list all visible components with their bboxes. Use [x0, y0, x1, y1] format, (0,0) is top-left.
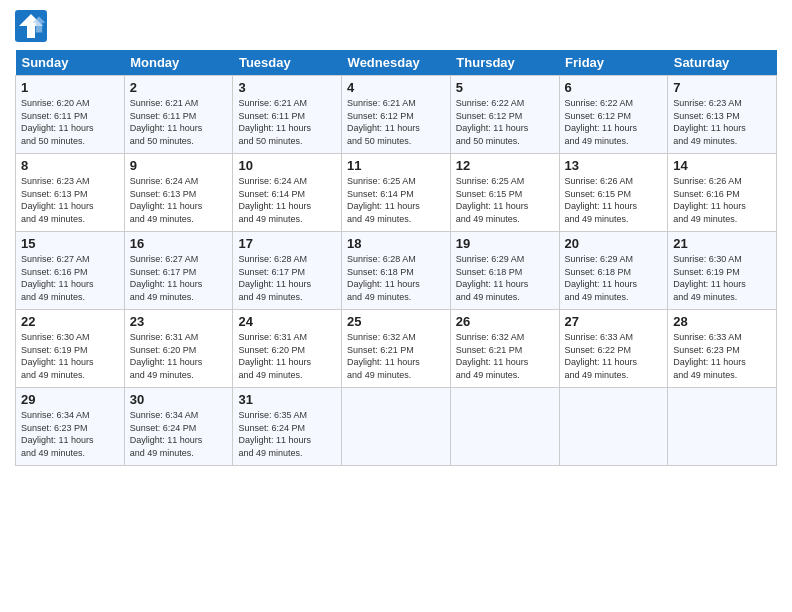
day-info: Sunrise: 6:25 AM Sunset: 6:15 PM Dayligh…	[456, 175, 554, 225]
day-number: 24	[238, 314, 336, 329]
day-number: 27	[565, 314, 663, 329]
day-info: Sunrise: 6:25 AM Sunset: 6:14 PM Dayligh…	[347, 175, 445, 225]
calendar-cell: 31Sunrise: 6:35 AM Sunset: 6:24 PM Dayli…	[233, 388, 342, 466]
day-number: 9	[130, 158, 228, 173]
day-number: 19	[456, 236, 554, 251]
day-header-tuesday: Tuesday	[233, 50, 342, 76]
day-info: Sunrise: 6:34 AM Sunset: 6:24 PM Dayligh…	[130, 409, 228, 459]
calendar-week-4: 22Sunrise: 6:30 AM Sunset: 6:19 PM Dayli…	[16, 310, 777, 388]
day-number: 21	[673, 236, 771, 251]
calendar-cell	[559, 388, 668, 466]
day-info: Sunrise: 6:26 AM Sunset: 6:16 PM Dayligh…	[673, 175, 771, 225]
day-info: Sunrise: 6:21 AM Sunset: 6:12 PM Dayligh…	[347, 97, 445, 147]
day-info: Sunrise: 6:28 AM Sunset: 6:17 PM Dayligh…	[238, 253, 336, 303]
day-info: Sunrise: 6:34 AM Sunset: 6:23 PM Dayligh…	[21, 409, 119, 459]
calendar-cell: 11Sunrise: 6:25 AM Sunset: 6:14 PM Dayli…	[342, 154, 451, 232]
day-info: Sunrise: 6:32 AM Sunset: 6:21 PM Dayligh…	[347, 331, 445, 381]
calendar-cell: 17Sunrise: 6:28 AM Sunset: 6:17 PM Dayli…	[233, 232, 342, 310]
day-info: Sunrise: 6:23 AM Sunset: 6:13 PM Dayligh…	[21, 175, 119, 225]
calendar-cell: 21Sunrise: 6:30 AM Sunset: 6:19 PM Dayli…	[668, 232, 777, 310]
day-header-saturday: Saturday	[668, 50, 777, 76]
calendar-header-row: SundayMondayTuesdayWednesdayThursdayFrid…	[16, 50, 777, 76]
calendar-cell: 27Sunrise: 6:33 AM Sunset: 6:22 PM Dayli…	[559, 310, 668, 388]
page-container: SundayMondayTuesdayWednesdayThursdayFrid…	[0, 0, 792, 476]
calendar-cell: 7Sunrise: 6:23 AM Sunset: 6:13 PM Daylig…	[668, 76, 777, 154]
day-number: 8	[21, 158, 119, 173]
day-number: 18	[347, 236, 445, 251]
day-info: Sunrise: 6:31 AM Sunset: 6:20 PM Dayligh…	[130, 331, 228, 381]
calendar-cell: 22Sunrise: 6:30 AM Sunset: 6:19 PM Dayli…	[16, 310, 125, 388]
day-info: Sunrise: 6:24 AM Sunset: 6:13 PM Dayligh…	[130, 175, 228, 225]
day-number: 13	[565, 158, 663, 173]
calendar-cell	[450, 388, 559, 466]
day-header-friday: Friday	[559, 50, 668, 76]
logo-icon	[15, 10, 47, 42]
calendar-table: SundayMondayTuesdayWednesdayThursdayFrid…	[15, 50, 777, 466]
calendar-cell: 19Sunrise: 6:29 AM Sunset: 6:18 PM Dayli…	[450, 232, 559, 310]
calendar-cell	[342, 388, 451, 466]
day-number: 22	[21, 314, 119, 329]
day-info: Sunrise: 6:21 AM Sunset: 6:11 PM Dayligh…	[130, 97, 228, 147]
day-info: Sunrise: 6:24 AM Sunset: 6:14 PM Dayligh…	[238, 175, 336, 225]
day-number: 23	[130, 314, 228, 329]
day-number: 6	[565, 80, 663, 95]
header	[15, 10, 777, 42]
calendar-cell: 30Sunrise: 6:34 AM Sunset: 6:24 PM Dayli…	[124, 388, 233, 466]
day-info: Sunrise: 6:31 AM Sunset: 6:20 PM Dayligh…	[238, 331, 336, 381]
logo	[15, 10, 51, 42]
day-number: 5	[456, 80, 554, 95]
calendar-cell	[668, 388, 777, 466]
day-info: Sunrise: 6:29 AM Sunset: 6:18 PM Dayligh…	[565, 253, 663, 303]
calendar-week-5: 29Sunrise: 6:34 AM Sunset: 6:23 PM Dayli…	[16, 388, 777, 466]
day-header-monday: Monday	[124, 50, 233, 76]
calendar-cell: 2Sunrise: 6:21 AM Sunset: 6:11 PM Daylig…	[124, 76, 233, 154]
day-info: Sunrise: 6:28 AM Sunset: 6:18 PM Dayligh…	[347, 253, 445, 303]
calendar-cell: 12Sunrise: 6:25 AM Sunset: 6:15 PM Dayli…	[450, 154, 559, 232]
day-number: 31	[238, 392, 336, 407]
day-number: 26	[456, 314, 554, 329]
day-number: 16	[130, 236, 228, 251]
day-number: 4	[347, 80, 445, 95]
day-info: Sunrise: 6:26 AM Sunset: 6:15 PM Dayligh…	[565, 175, 663, 225]
day-number: 17	[238, 236, 336, 251]
calendar-cell: 8Sunrise: 6:23 AM Sunset: 6:13 PM Daylig…	[16, 154, 125, 232]
day-info: Sunrise: 6:21 AM Sunset: 6:11 PM Dayligh…	[238, 97, 336, 147]
day-info: Sunrise: 6:27 AM Sunset: 6:16 PM Dayligh…	[21, 253, 119, 303]
day-number: 12	[456, 158, 554, 173]
day-header-thursday: Thursday	[450, 50, 559, 76]
day-number: 15	[21, 236, 119, 251]
day-number: 30	[130, 392, 228, 407]
day-number: 1	[21, 80, 119, 95]
day-number: 10	[238, 158, 336, 173]
day-info: Sunrise: 6:30 AM Sunset: 6:19 PM Dayligh…	[21, 331, 119, 381]
calendar-cell: 4Sunrise: 6:21 AM Sunset: 6:12 PM Daylig…	[342, 76, 451, 154]
day-info: Sunrise: 6:30 AM Sunset: 6:19 PM Dayligh…	[673, 253, 771, 303]
calendar-cell: 23Sunrise: 6:31 AM Sunset: 6:20 PM Dayli…	[124, 310, 233, 388]
calendar-cell: 14Sunrise: 6:26 AM Sunset: 6:16 PM Dayli…	[668, 154, 777, 232]
day-info: Sunrise: 6:22 AM Sunset: 6:12 PM Dayligh…	[456, 97, 554, 147]
day-info: Sunrise: 6:20 AM Sunset: 6:11 PM Dayligh…	[21, 97, 119, 147]
day-number: 20	[565, 236, 663, 251]
day-number: 14	[673, 158, 771, 173]
day-info: Sunrise: 6:32 AM Sunset: 6:21 PM Dayligh…	[456, 331, 554, 381]
calendar-cell: 3Sunrise: 6:21 AM Sunset: 6:11 PM Daylig…	[233, 76, 342, 154]
calendar-week-2: 8Sunrise: 6:23 AM Sunset: 6:13 PM Daylig…	[16, 154, 777, 232]
day-info: Sunrise: 6:29 AM Sunset: 6:18 PM Dayligh…	[456, 253, 554, 303]
calendar-cell: 9Sunrise: 6:24 AM Sunset: 6:13 PM Daylig…	[124, 154, 233, 232]
calendar-week-1: 1Sunrise: 6:20 AM Sunset: 6:11 PM Daylig…	[16, 76, 777, 154]
day-info: Sunrise: 6:22 AM Sunset: 6:12 PM Dayligh…	[565, 97, 663, 147]
day-info: Sunrise: 6:33 AM Sunset: 6:23 PM Dayligh…	[673, 331, 771, 381]
calendar-cell: 20Sunrise: 6:29 AM Sunset: 6:18 PM Dayli…	[559, 232, 668, 310]
day-number: 2	[130, 80, 228, 95]
calendar-cell: 29Sunrise: 6:34 AM Sunset: 6:23 PM Dayli…	[16, 388, 125, 466]
calendar-cell: 13Sunrise: 6:26 AM Sunset: 6:15 PM Dayli…	[559, 154, 668, 232]
calendar-cell: 24Sunrise: 6:31 AM Sunset: 6:20 PM Dayli…	[233, 310, 342, 388]
calendar-cell: 26Sunrise: 6:32 AM Sunset: 6:21 PM Dayli…	[450, 310, 559, 388]
calendar-cell: 1Sunrise: 6:20 AM Sunset: 6:11 PM Daylig…	[16, 76, 125, 154]
calendar-cell: 18Sunrise: 6:28 AM Sunset: 6:18 PM Dayli…	[342, 232, 451, 310]
day-number: 3	[238, 80, 336, 95]
day-number: 11	[347, 158, 445, 173]
day-number: 29	[21, 392, 119, 407]
calendar-cell: 28Sunrise: 6:33 AM Sunset: 6:23 PM Dayli…	[668, 310, 777, 388]
day-info: Sunrise: 6:27 AM Sunset: 6:17 PM Dayligh…	[130, 253, 228, 303]
